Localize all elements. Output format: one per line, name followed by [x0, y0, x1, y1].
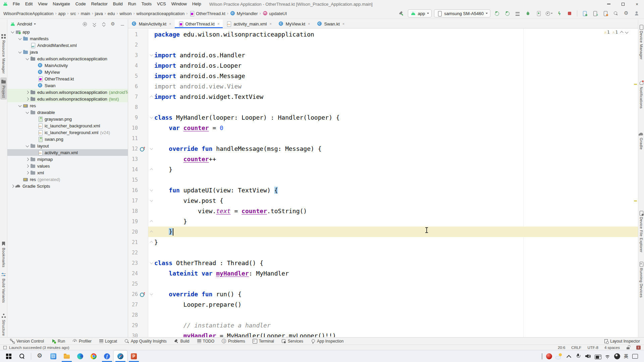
close-tab-icon[interactable]: × — [308, 22, 310, 26]
pair-device-button[interactable] — [591, 9, 599, 17]
taskbar-app-tile[interactable] — [47, 351, 60, 362]
taskbar-start[interactable] — [2, 351, 15, 362]
fold-end-icon[interactable] — [150, 220, 153, 224]
line-ending[interactable]: CRLF — [571, 346, 581, 350]
breadcrumb-item-main[interactable]: main — [81, 11, 90, 16]
build-button[interactable] — [397, 9, 406, 17]
sync-device-button[interactable] — [601, 9, 609, 17]
apply-code-changes-button[interactable] — [514, 9, 522, 17]
tree-item-app[interactable]: app — [7, 28, 128, 35]
tree-item-gradle-scripts[interactable]: Gradle Scripts — [7, 183, 128, 189]
chevron-right-icon[interactable] — [25, 169, 30, 176]
tree-item-mainactivity[interactable]: MainActivity — [7, 62, 128, 69]
microphone-icon[interactable] — [575, 353, 581, 359]
menu-vcs[interactable]: VCS — [154, 0, 169, 8]
layout-inspector-button[interactable]: Layout Inspector — [604, 339, 640, 344]
menu-build[interactable]: Build — [110, 0, 125, 8]
menu-help[interactable]: Help — [190, 0, 204, 8]
override-method-icon[interactable] — [140, 146, 146, 151]
tool-button-run[interactable]: Run — [51, 339, 65, 344]
fold-start-icon[interactable] — [150, 188, 153, 191]
tree-item-mipmap[interactable]: mipmap — [7, 156, 128, 163]
stripe-item-gradle[interactable]: Gradle — [638, 130, 644, 151]
notification-badge-icon[interactable]: ! — [636, 346, 641, 350]
tree-item-layout[interactable]: layout — [7, 142, 128, 149]
stripe-item-structure[interactable]: Structure — [0, 312, 7, 338]
indent-setting[interactable]: 4 spaces — [604, 346, 620, 350]
volume-icon[interactable] — [585, 353, 591, 359]
tree-item-ic-launcher-background-xml[interactable]: ic_launcher_background.xml — [7, 122, 128, 129]
menu-view[interactable]: View — [35, 0, 50, 8]
weak-warning-indicator[interactable]: ⚠1 — [612, 30, 618, 35]
tree-item-java[interactable]: java — [7, 49, 128, 55]
ime-icon[interactable]: 英 — [624, 353, 628, 359]
tool-button-app-quality-insights[interactable]: App Quality Insights — [124, 339, 167, 344]
stripe-item-project[interactable]: Project — [0, 77, 7, 100]
close-tab-icon[interactable]: × — [342, 22, 344, 26]
settings-button[interactable] — [622, 9, 630, 17]
stripe-item-device-manager[interactable]: Device Manager — [638, 23, 644, 61]
breadcrumb-item-updateui[interactable]: updateUI — [263, 11, 287, 16]
tool-button-terminal[interactable]: Terminal — [253, 339, 274, 344]
close-tab-icon[interactable]: × — [269, 22, 271, 26]
stripe-item-bookmarks[interactable]: Bookmarks — [0, 240, 7, 269]
taskbar-edge[interactable] — [73, 351, 87, 362]
fold-start-icon[interactable] — [150, 146, 153, 150]
chevron-down-icon[interactable] — [25, 109, 30, 116]
chevron-down-icon[interactable] — [625, 30, 629, 34]
stripe-item-notifications[interactable]: Notifications — [638, 79, 644, 110]
chevron-right-icon[interactable] — [25, 96, 30, 102]
attach-debugger-button[interactable] — [534, 9, 542, 17]
caret-position[interactable]: 20:6 — [558, 346, 565, 350]
chevron-down-icon[interactable] — [25, 55, 30, 62]
stop-button[interactable] — [566, 9, 574, 17]
code-editor[interactable]: 1package edu.wilson.wilsonpracticeapplic… — [128, 28, 638, 337]
chevron-down-icon[interactable] — [17, 102, 22, 109]
tree-item-otherthread-kt[interactable]: OtherThread.kt — [7, 75, 128, 82]
menu-tools[interactable]: Tools — [139, 0, 154, 8]
tool-button-build[interactable]: Build — [174, 339, 190, 344]
stripe-item-resource-manager[interactable]: Resource Manager — [0, 32, 7, 75]
override-method-icon[interactable] — [140, 292, 146, 297]
close-button[interactable]: × — [630, 0, 644, 8]
security-icon[interactable] — [546, 353, 552, 359]
tree-item-xml[interactable]: xml — [7, 169, 128, 176]
tab-activity-main-xml[interactable]: activity_main.xml× — [223, 19, 275, 28]
chevron-right-icon[interactable] — [25, 156, 30, 163]
tree-item-androidmanifest-xml[interactable]: AndroidManifest.xml — [7, 42, 128, 49]
fold-start-icon[interactable] — [150, 261, 153, 264]
status-message[interactable]: Launch succeeded (3 minutes ago) — [9, 346, 69, 350]
taskbar-search[interactable] — [15, 351, 29, 362]
taskbar-blue-f-app[interactable] — [100, 351, 114, 362]
tree-item-edu-wilson-wilsonpracticeapplication-test[interactable]: edu.wilson.wilsonpracticeapplication(tes… — [7, 96, 128, 102]
stripe-item-running-devices[interactable]: Running Devices — [638, 260, 644, 299]
network-icon[interactable] — [604, 354, 610, 359]
chevron-down-icon[interactable] — [17, 35, 22, 42]
recorder-icon[interactable] — [614, 353, 620, 359]
breadcrumb-item-wilson[interactable]: wilson — [119, 11, 131, 16]
menu-code[interactable]: Code — [73, 0, 89, 8]
warning-stripe-mark[interactable] — [634, 200, 637, 201]
minimize-button[interactable] — [602, 0, 616, 8]
taskbar-android-studio[interactable] — [114, 351, 127, 362]
tool-button-todo[interactable]: TODO — [197, 339, 214, 344]
breadcrumb-item-src[interactable]: src — [70, 11, 76, 16]
expand-all-icon[interactable] — [92, 21, 97, 27]
settings-icon[interactable] — [110, 21, 116, 27]
tool-button-logcat[interactable]: Logcat — [99, 339, 117, 344]
tool-button-version-control[interactable]: Version Control — [10, 339, 44, 344]
taskbar-settings[interactable] — [33, 351, 47, 362]
battery-icon[interactable] — [595, 353, 601, 359]
tool-button-problems[interactable]: Problems — [222, 339, 245, 344]
tree-item-swan-png[interactable]: swan.png — [7, 136, 128, 142]
fold-start-icon[interactable] — [150, 292, 153, 295]
run-configuration-selector[interactable]: app — [408, 9, 432, 17]
tab-otherthread-kt[interactable]: OtherThread.kt× — [175, 19, 223, 28]
chevron-down-icon[interactable] — [17, 49, 22, 55]
restore-button[interactable] — [616, 0, 630, 8]
fold-end-icon[interactable] — [150, 231, 153, 234]
stripe-item-build-variants[interactable]: Build Variants — [0, 270, 7, 305]
notifications-icon[interactable] — [632, 353, 638, 359]
tree-item-ic-launcher-foreground-xml-v24[interactable]: ic_launcher_foreground.xml(v24) — [7, 129, 128, 136]
warning-indicator[interactable]: ⚠1 — [604, 30, 609, 35]
